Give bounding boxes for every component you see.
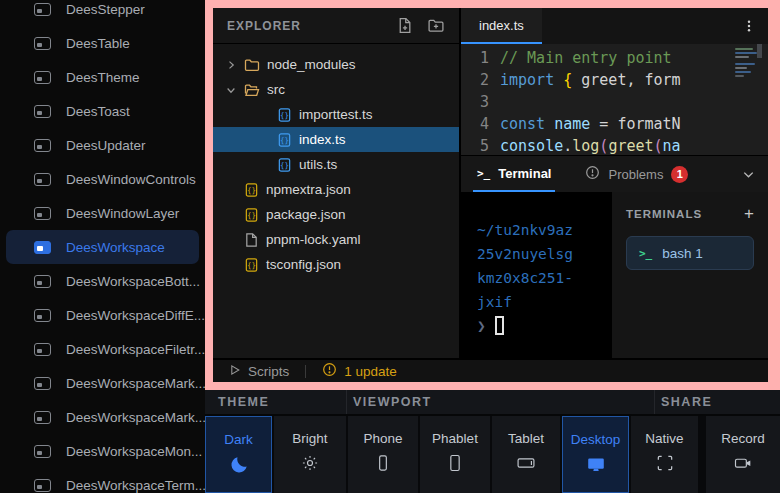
sidebar-item-deesworkspacebott[interactable]: DeesWorkspaceBott... (6, 264, 199, 298)
sidebar-item-deeswindowcontrols[interactable]: DeesWindowControls (6, 162, 199, 196)
sidebar-item-deesworkspacemon[interactable]: DeesWorkspaceMon... (6, 434, 199, 468)
code-text: // Main entry point (489, 47, 672, 69)
sidebar-item-label: DeesTheme (66, 70, 140, 85)
file-tree-item-npmextra-json[interactable]: {}npmextra.json (213, 177, 459, 202)
code-text: const name = formatN (489, 113, 681, 135)
sidebar-item-deesworkspace[interactable]: DeesWorkspace (6, 230, 199, 264)
phablet-icon (445, 453, 465, 473)
scripts-button[interactable]: Scripts (227, 363, 289, 380)
sidebar-item-deestheme[interactable]: DeesTheme (6, 60, 199, 94)
sidebar-item-deesworkspacemark[interactable]: DeesWorkspaceMark... (6, 366, 199, 400)
bottom-toolbar: THEME VIEWPORT SHARE DarkBrightPhonePhab… (205, 390, 780, 493)
sidebar-item-deesupdater[interactable]: DeesUpdater (6, 128, 199, 162)
terminals-header: TERMINALS + (626, 205, 754, 222)
button-label: Desktop (571, 432, 621, 447)
record-icon (732, 453, 754, 473)
file-tree-item-package-json[interactable]: {}package.json (213, 202, 459, 227)
scripts-label: Scripts (248, 364, 289, 379)
file-tree-item-utils-ts[interactable]: {}utils.ts (213, 152, 459, 177)
folder-icon (244, 57, 260, 73)
file-tree-item-tsconfig-json[interactable]: {}tsconfig.json (213, 252, 459, 277)
add-terminal-button[interactable]: + (744, 205, 754, 222)
problems-tab-label: Problems (608, 167, 663, 182)
button-label: Dark (224, 432, 253, 447)
file-icon (244, 232, 259, 248)
sidebar-item-deesstepper[interactable]: DeesStepper (6, 0, 199, 26)
bright-button[interactable]: Bright (274, 416, 346, 493)
minimap-scrollbar[interactable] (757, 44, 762, 58)
phone-icon (373, 453, 393, 473)
phone-button[interactable]: Phone (348, 416, 418, 493)
code-text: import { greet, form (489, 69, 681, 91)
preview-frame: EXPLORER node_modulessrc{}importtest.ts{… (205, 0, 780, 390)
sidebar-item-deestable[interactable]: DeesTable (6, 26, 199, 60)
update-notification[interactable]: 1 update (322, 362, 397, 380)
terminal-tab-label: Terminal (498, 166, 551, 181)
explorer-header: EXPLORER (213, 8, 459, 44)
tab-terminal[interactable]: >_ Terminal (473, 156, 555, 192)
sidebar-item-deesworkspacemark[interactable]: DeesWorkspaceMark... (6, 400, 199, 434)
bottom-panel-tabs: >_ Terminal Problems 1 (461, 155, 768, 192)
code-line-3: 3 (461, 91, 768, 113)
native-button[interactable]: Native (631, 416, 698, 493)
code-text (489, 91, 500, 113)
tablet-icon (515, 453, 537, 473)
sidebar-item-deesworkspacefiletr[interactable]: DeesWorkspaceFiletr... (6, 332, 199, 366)
sidebar-item-label: DeesWorkspaceMark... (66, 376, 205, 391)
terminal-output[interactable]: ~/tu2nkv9az25v2nuyelsgkmz0x8c251-jxif ❯ (461, 192, 610, 358)
bash-session-label: bash 1 (662, 246, 703, 261)
tabbar-spacer (542, 8, 742, 44)
sidebar-item-label: DeesStepper (66, 2, 145, 17)
line-number: 3 (461, 91, 489, 113)
sidebar-item-deestoast[interactable]: DeesToast (6, 94, 199, 128)
file-tree-item-importtest-ts[interactable]: {}importtest.ts (213, 102, 459, 127)
file-tree-item-src[interactable]: src (213, 77, 459, 102)
storybook-app: DeesStepperDeesTableDeesThemeDeesToastDe… (0, 0, 780, 493)
desktop-icon (585, 454, 607, 476)
bottom-panel-body: ~/tu2nkv9az25v2nuyelsgkmz0x8c251-jxif ❯ … (461, 192, 768, 358)
tab-problems[interactable]: Problems 1 (581, 156, 692, 192)
terminal-cursor (495, 316, 504, 335)
component-icon (34, 241, 51, 254)
problems-icon (585, 165, 600, 183)
prompt-char: ❯ (477, 318, 486, 334)
terminals-sidebar: TERMINALS + >_ bash 1 (612, 192, 768, 358)
phablet-button[interactable]: Phablet (420, 416, 490, 493)
file-tree-item-index-ts[interactable]: {}index.ts (213, 127, 459, 152)
new-file-icon[interactable] (396, 17, 413, 34)
terminal-lines: ~/tu2nkv9az25v2nuyelsgkmz0x8c251-jxif (477, 218, 610, 314)
terminal-text-line: 25v2nuyelsg (477, 242, 610, 266)
more-actions-icon[interactable] (742, 8, 768, 44)
chevron-right-icon[interactable] (225, 59, 237, 71)
sidebar-item-label: DeesWindowLayer (66, 206, 179, 221)
file-name: importtest.ts (299, 107, 373, 122)
button-label: Bright (292, 431, 327, 446)
collapse-panel-icon[interactable] (741, 156, 756, 192)
file-tree-item-pnpm-lock-yaml[interactable]: pnpm-lock.yaml (213, 227, 459, 252)
sidebar-item-deesworkspacediffe[interactable]: DeesWorkspaceDiffE... (6, 298, 199, 332)
record-button[interactable]: Record (706, 416, 780, 493)
chevron-down-icon[interactable] (225, 84, 237, 96)
toolbar-section-labels: THEME VIEWPORT SHARE (205, 390, 780, 416)
code-line-2: 2import { greet, form (461, 69, 768, 91)
tab-index-ts[interactable]: index.ts (461, 8, 542, 44)
editor-minimap[interactable] (732, 44, 762, 155)
sidebar-item-deeswindowlayer[interactable]: DeesWindowLayer (6, 196, 199, 230)
statusbar-divider (305, 365, 306, 378)
file-tree-item-node-modules[interactable]: node_modules (213, 52, 459, 77)
typescript-file-icon: {} (277, 107, 292, 123)
terminal-session-bash-1[interactable]: >_ bash 1 (626, 236, 754, 270)
code-line-5: 5console.log(greet(na (461, 135, 768, 155)
component-icon (34, 71, 51, 84)
dark-button[interactable]: Dark (205, 416, 272, 493)
file-name: utils.ts (299, 157, 337, 172)
component-icon (34, 479, 51, 492)
explorer-actions (396, 17, 445, 34)
code-editor[interactable]: 1// Main entry point2import { greet, for… (461, 44, 768, 155)
tablet-button[interactable]: Tablet (492, 416, 560, 493)
desktop-button[interactable]: Desktop (562, 416, 629, 493)
sidebar-item-deesworkspaceterm[interactable]: DeesWorkspaceTerm... (6, 468, 199, 493)
terminals-title: TERMINALS (626, 208, 702, 220)
sidebar-item-label: DeesToast (66, 104, 130, 119)
new-folder-icon[interactable] (427, 17, 445, 34)
